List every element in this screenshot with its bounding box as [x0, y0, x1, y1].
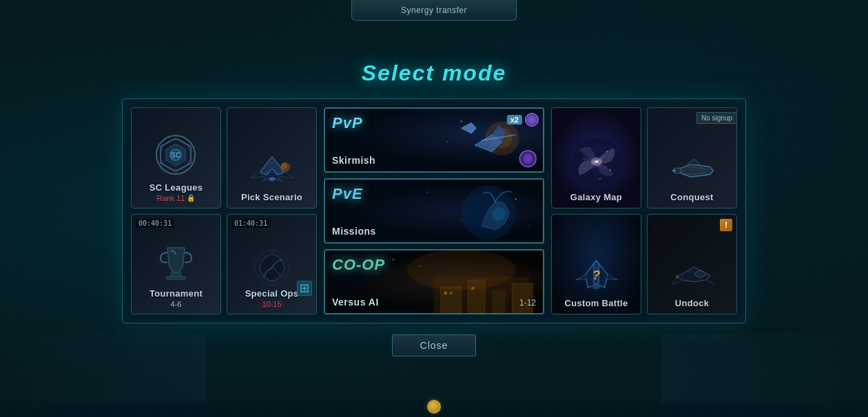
card-pve[interactable]: PvE Missions [324, 178, 544, 244]
special-ops-icon [297, 281, 312, 296]
svg-point-46 [583, 168, 585, 169]
card-undock[interactable]: ! [647, 214, 737, 315]
pve-content: PvE Missions [325, 180, 543, 242]
card-pick-scenario[interactable]: Pick Scenario [227, 107, 317, 208]
custom-battle-label: Custom Battle [564, 298, 628, 308]
svg-text:SC: SC [171, 151, 180, 159]
no-signup-badge: No signup [696, 112, 736, 124]
pvp-badges: x2 [507, 113, 539, 127]
card-coop[interactable]: CO-OP Versus AI 1-12 [324, 249, 544, 314]
pvp-content: PvP x2 Skirmish [325, 109, 543, 171]
coop-bottom: Versus AI 1-12 [332, 297, 536, 308]
svg-point-49 [672, 169, 676, 172]
card-tournament[interactable]: 00:40:31 [131, 214, 221, 315]
modal-title: Select mode [362, 61, 507, 86]
svg-point-42 [595, 160, 599, 163]
tournament-players: 4-6 [171, 300, 182, 308]
exclamation-badge: ! [720, 219, 732, 231]
right-panel: Galaxy Map No signup [551, 107, 737, 314]
undock-visual [668, 257, 716, 295]
card-sc-leagues[interactable]: SC SC Leagues Rank 11 🔒 [131, 107, 221, 208]
svg-point-43 [606, 151, 608, 152]
card-special-ops[interactable]: 01:40:31 [227, 214, 317, 315]
special-ops-players: 10-15 [262, 300, 281, 308]
pvp-mode-label: PvP [332, 114, 363, 132]
sc-leagues-label: SC Leagues [149, 182, 203, 193]
custom-battle-visual: ? [572, 257, 621, 295]
galaxy-map-label: Galaxy Map [570, 192, 622, 202]
coop-name: Versus AI [332, 297, 379, 308]
card-galaxy-map[interactable]: Galaxy Map [551, 107, 641, 208]
pvp-bottom: Skirmish [332, 155, 536, 166]
svg-point-8 [281, 162, 287, 169]
special-ops-visual [251, 247, 293, 288]
svg-point-47 [599, 178, 601, 180]
pick-scenario-label: Pick Scenario [241, 192, 302, 202]
svg-point-6 [269, 177, 275, 180]
svg-point-45 [610, 169, 611, 171]
pve-mode-label: PvE [332, 185, 536, 203]
sc-leagues-icon: SC [152, 131, 200, 180]
modal-overlay: Select mode [0, 0, 868, 417]
card-conquest[interactable]: No signup [647, 107, 737, 208]
left-panel: SC SC Leagues Rank 11 🔒 [131, 107, 317, 314]
galaxy-visual [569, 134, 624, 189]
conquest-visual [668, 151, 716, 189]
x2-badge: x2 [507, 115, 522, 125]
tournament-label: Tournament [149, 288, 203, 299]
pvp-name: Skirmish [332, 155, 375, 166]
close-button[interactable]: Close [392, 334, 477, 356]
conquest-label: Conquest [670, 192, 713, 202]
pve-name: Missions [332, 226, 376, 237]
card-custom-battle[interactable]: ? Custom Battle [551, 214, 641, 315]
sc-leagues-sublabel: Rank 11 🔒 [157, 194, 196, 202]
svg-point-44 [589, 147, 590, 149]
coop-content: CO-OP Versus AI 1-12 [325, 250, 543, 313]
svg-point-54 [592, 286, 599, 290]
special-ops-label: Special Ops [245, 288, 299, 299]
bottom-bar [0, 396, 868, 417]
coin-icon [427, 400, 441, 414]
card-pvp[interactable]: PvP x2 Skirmish [324, 107, 544, 173]
coop-players: 1-12 [519, 298, 536, 308]
undock-label: Undock [675, 298, 709, 308]
pvp-circle-badge [525, 113, 539, 127]
modal-content: SC SC Leagues Rank 11 🔒 [122, 98, 746, 323]
svg-text:?: ? [592, 268, 600, 282]
svg-point-55 [695, 270, 705, 277]
tournament-timer: 00:40:31 [136, 219, 174, 228]
pick-scenario-visual [248, 151, 296, 189]
middle-panel: PvP x2 Skirmish [324, 107, 544, 314]
svg-rect-9 [171, 273, 181, 277]
svg-point-57 [675, 275, 679, 278]
coop-mode-label: CO-OP [332, 256, 536, 274]
pve-bottom: Missions [332, 226, 536, 237]
svg-rect-10 [167, 277, 185, 279]
tournament-trophy [156, 244, 197, 286]
